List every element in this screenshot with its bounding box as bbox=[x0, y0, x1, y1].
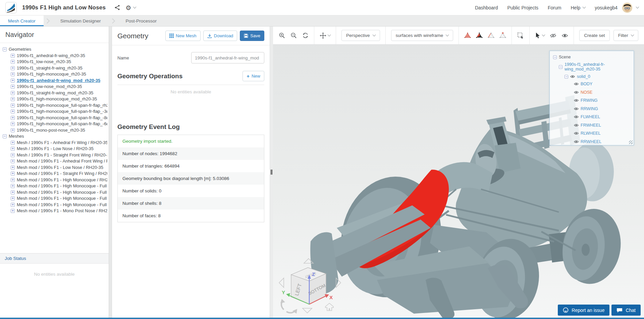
rotate-left-arrow[interactable] bbox=[279, 278, 284, 287]
selection-edge-icon[interactable] bbox=[488, 32, 494, 39]
tree-node-geometry[interactable]: 1990s-f1_high-monocoque_full-span-fr-fla… bbox=[3, 115, 107, 121]
eye-icon[interactable] bbox=[574, 107, 579, 110]
expand-icon[interactable] bbox=[11, 54, 15, 58]
expand-icon[interactable] bbox=[11, 97, 15, 101]
tree-node-geometry[interactable]: 1990s-f1_low-nose_mod_rh20-35 bbox=[3, 84, 107, 90]
refresh-icon[interactable] bbox=[302, 32, 309, 39]
panel-resize-handle[interactable] bbox=[270, 27, 273, 318]
pointer-tool-menu[interactable] bbox=[535, 32, 545, 39]
rotate-down-arrow[interactable] bbox=[303, 308, 312, 313]
filter-dropdown[interactable]: Filter bbox=[613, 30, 638, 41]
tree-node-mesh[interactable]: Mesh mod / 1990s F1 - High Monocoque - F… bbox=[3, 189, 107, 196]
expand-icon[interactable] bbox=[11, 116, 15, 120]
box-select-icon[interactable] bbox=[517, 32, 524, 39]
scene-part-body[interactable]: BODY bbox=[553, 82, 630, 86]
tree-node-geometry[interactable]: 1990s-f1_anhedral-fr-wing_rh20-35 bbox=[3, 53, 107, 59]
chevron-down-icon[interactable] bbox=[636, 5, 639, 9]
expand-icon[interactable] bbox=[11, 172, 15, 176]
expand-icon[interactable] bbox=[11, 122, 15, 126]
expand-icon[interactable] bbox=[11, 85, 15, 89]
expand-icon[interactable] bbox=[11, 203, 15, 207]
scene-part-frwheel[interactable]: FRWHEEL bbox=[553, 123, 630, 128]
expand-icon[interactable] bbox=[11, 166, 15, 170]
scene-tree-overlay[interactable]: Scene 1990s-f1_anhedral-fr-wing_mod_rh20… bbox=[549, 51, 634, 145]
job-status-header[interactable]: Job Status bbox=[0, 254, 109, 264]
tree-node-mesh[interactable]: Mesh mod / 1990s F1 - High Monocoque / R… bbox=[3, 177, 107, 183]
scene-part-rlwheel[interactable]: RLWHEEL bbox=[553, 131, 630, 136]
tree-node-geometry[interactable]: 1990s-f1_high-monocoque_full-span-fr-fla… bbox=[3, 121, 107, 127]
eye-icon[interactable] bbox=[574, 82, 579, 86]
expand-icon[interactable] bbox=[11, 79, 15, 83]
scene-part-rrwheel[interactable]: RRWHEEL bbox=[553, 139, 630, 144]
tree-node-geometry[interactable]: 1990s-f1_low-nose_rh20-35 bbox=[3, 59, 107, 65]
pan-tool-menu[interactable] bbox=[320, 32, 330, 39]
nav-forum[interactable]: Forum bbox=[548, 5, 561, 10]
tree-node-mesh[interactable]: Mesh mod / 1990s F1 - High Monocoque - F… bbox=[3, 202, 107, 208]
collapse-icon[interactable] bbox=[553, 55, 557, 59]
show-icon[interactable] bbox=[561, 32, 568, 39]
eye-icon[interactable] bbox=[574, 99, 579, 102]
tree-node-mesh[interactable]: Mesh / 1990s F1 - Straight Front Wing / … bbox=[3, 152, 107, 158]
expand-icon[interactable] bbox=[11, 178, 15, 182]
rotate-up-arrow[interactable] bbox=[304, 259, 313, 263]
orientation-cube[interactable]: LEFT BOTTOM FRONT Z X Y bbox=[275, 255, 346, 318]
tree-node-meshes-root[interactable]: Meshes bbox=[3, 133, 107, 140]
download-button[interactable]: Download bbox=[203, 31, 237, 41]
scene-part-nose-selected[interactable]: NOSE bbox=[553, 90, 630, 95]
scene-geometry-node[interactable]: 1990s-f1_anhedral-fr-wing_mod_rh20-35 bbox=[553, 62, 630, 72]
eye-icon[interactable] bbox=[574, 124, 579, 127]
tab-simulation-designer[interactable]: Simulation Designer bbox=[52, 15, 109, 26]
new-operation-button[interactable]: + New bbox=[243, 71, 264, 81]
zoom-out-icon[interactable] bbox=[290, 32, 297, 39]
expand-icon[interactable] bbox=[11, 103, 15, 107]
nav-help[interactable]: Help bbox=[571, 5, 585, 10]
projection-dropdown[interactable]: Perspective bbox=[341, 30, 380, 41]
expand-icon[interactable] bbox=[11, 60, 15, 64]
create-set-button[interactable]: Create set bbox=[579, 30, 609, 41]
expand-icon[interactable] bbox=[11, 128, 15, 132]
tree-node-geometry[interactable]: 1990s-f1_high-monocoque_full-span-fr-fla… bbox=[3, 102, 107, 109]
expand-icon[interactable] bbox=[11, 190, 15, 194]
zoom-in-icon[interactable] bbox=[278, 32, 285, 39]
collapse-icon[interactable] bbox=[565, 75, 568, 79]
scene-solid-node[interactable]: solid_0 bbox=[553, 74, 630, 79]
expand-icon[interactable] bbox=[11, 91, 15, 95]
tree-node-mesh[interactable]: Mesh / 1990s F1 - Low Nose / RH20-35 bbox=[3, 146, 107, 152]
report-issue-button[interactable]: Report an issue bbox=[558, 305, 609, 316]
share-icon[interactable] bbox=[114, 5, 120, 10]
tree-node-mesh[interactable]: Mesh mod / 1990s F1 - High Monocoque - F… bbox=[3, 195, 107, 202]
expand-icon[interactable] bbox=[11, 196, 15, 200]
scene-root-node[interactable]: Scene bbox=[553, 55, 630, 59]
scene-part-frwing[interactable]: FRWING bbox=[553, 98, 630, 103]
nav-public-projects[interactable]: Public Projects bbox=[507, 5, 538, 10]
tree-node-geometry-selected[interactable]: 1990s-f1_anhedral-fr-wing_mod_rh20-35 bbox=[3, 78, 107, 84]
selection-volume-icon[interactable] bbox=[464, 32, 471, 39]
expand-icon[interactable] bbox=[11, 153, 15, 157]
tree-node-geometry[interactable]: 1990s-f1_straight-fr-wing_rh20-35 bbox=[3, 65, 107, 72]
expand-icon[interactable] bbox=[11, 66, 15, 70]
expand-icon[interactable] bbox=[11, 159, 15, 163]
eye-icon[interactable] bbox=[574, 140, 579, 143]
tree-node-geometry[interactable]: 1990s-f1_high-monocoque_rh20-35 bbox=[3, 71, 107, 78]
selection-vertex-icon[interactable] bbox=[499, 32, 506, 39]
selection-face-icon[interactable] bbox=[476, 32, 483, 39]
collapse-icon[interactable] bbox=[3, 47, 7, 51]
render-mode-dropdown[interactable]: surfaces with wireframe bbox=[391, 30, 453, 41]
hide-icon[interactable] bbox=[550, 32, 556, 39]
tab-mesh-creator[interactable]: Mesh Creator bbox=[0, 15, 44, 26]
tab-post-processor[interactable]: Post-Processor bbox=[118, 15, 165, 26]
username[interactable]: yosukegb4 bbox=[595, 5, 618, 10]
tree-node-geometry[interactable]: 1990s-f1_high-monocoque_full-span-fr-fla… bbox=[3, 108, 107, 115]
geometry-name-input[interactable] bbox=[191, 52, 264, 63]
tree-node-geometry[interactable]: 1990s-f1_straight-fr-wing_mod_rh20-35 bbox=[3, 90, 107, 96]
eye-icon[interactable] bbox=[574, 132, 579, 135]
scene-part-flwheel[interactable]: FLWHEEL bbox=[553, 115, 630, 119]
expand-icon[interactable] bbox=[11, 209, 15, 213]
tree-node-mesh[interactable]: Mesh mod / 1990s F1 - Low Nose / RH20-35 bbox=[3, 165, 107, 171]
collapse-icon[interactable] bbox=[3, 134, 7, 138]
eye-icon[interactable] bbox=[574, 115, 579, 119]
tree-node-geometry[interactable]: 1990s-f1_high-monocoque_mod_rh20-35 bbox=[3, 96, 107, 102]
tree-node-mesh[interactable]: Mesh mod / 1990s F1 - Anhedral Front Win… bbox=[3, 158, 107, 165]
project-settings-menu[interactable] bbox=[125, 4, 136, 11]
app-logo[interactable] bbox=[5, 2, 17, 13]
